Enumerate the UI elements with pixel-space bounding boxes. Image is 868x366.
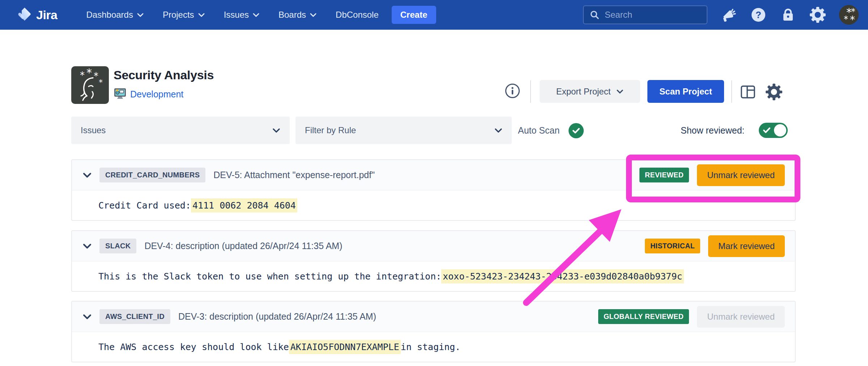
show-reviewed-toggle[interactable] [759, 123, 788, 138]
help-icon[interactable]: ? [750, 7, 767, 23]
finding-header[interactable]: AWS_CLIENT_ID DEV-3: description (update… [72, 302, 795, 332]
divider [530, 80, 531, 103]
status-badge: HISTORICAL [645, 239, 700, 253]
chevron-down-icon [494, 128, 502, 133]
auto-scan-check-icon[interactable] [569, 123, 584, 138]
collapse-chevron-icon[interactable] [83, 172, 92, 178]
finding-content: This is the Slack token to use when sett… [72, 261, 795, 291]
chevron-down-icon [272, 128, 280, 133]
secret-highlight: 4111 0062 2084 4604 [191, 198, 297, 213]
finding-row-slack: SLACK DEV-4: description (updated 26/Apr… [71, 230, 796, 292]
rule-badge: SLACK [99, 239, 136, 253]
rule-badge: CREDIT_CARD_NUMBERS [99, 168, 205, 182]
breadcrumb: Development [114, 87, 183, 101]
finding-title: DEV-3: description (updated 26/Apr/24 11… [178, 311, 376, 322]
chevron-down-icon [252, 12, 260, 17]
lock-icon[interactable] [780, 7, 796, 23]
nav-item-projects[interactable]: Projects [163, 10, 205, 20]
user-avatar[interactable]: * * * * [839, 5, 859, 25]
finding-title: DEV-5: Attachment "expense-report.pdf" [213, 170, 375, 180]
svg-text:*: * [94, 71, 98, 81]
toggle-knob [774, 124, 786, 136]
rule-badge: AWS_CLIENT_ID [99, 309, 170, 324]
gear-icon[interactable] [809, 7, 826, 23]
secret-highlight: xoxo-523423-234243-234233-e039d02840a0b9… [441, 269, 684, 283]
rule-filter-select[interactable]: Filter by Rule [295, 117, 512, 144]
nav-item-dashboards[interactable]: Dashboards [86, 10, 144, 20]
search-input[interactable] [605, 10, 692, 20]
create-button[interactable]: Create [392, 6, 436, 24]
chevron-down-icon [310, 12, 317, 17]
svg-text:*: * [86, 66, 92, 79]
chevron-down-icon [137, 12, 144, 17]
finding-row-credit-card: CREDIT_CARD_NUMBERS DEV-5: Attachment "e… [71, 159, 796, 221]
status-badge: GLOBALLY REVIEWED [598, 309, 689, 324]
search-icon [590, 10, 600, 20]
finding-title: DEV-4: description (updated 26/Apr/24 11… [144, 241, 342, 251]
project-monitor-icon [114, 87, 127, 101]
svg-text:*: * [80, 70, 85, 81]
nav-item-boards[interactable]: Boards [278, 10, 317, 20]
finding-header[interactable]: CREDIT_CARD_NUMBERS DEV-5: Attachment "e… [72, 160, 795, 190]
svg-text:*: * [844, 14, 848, 24]
top-navbar: Jira Dashboards Projects Issues Boards [0, 0, 868, 30]
nav-menu: Dashboards Projects Issues Boards DbCons… [86, 10, 379, 20]
auto-scan-label: Auto Scan [518, 117, 559, 144]
jira-logo-icon [17, 6, 33, 24]
finding-content: Credit Card used: 4111 0062 2084 4604 [72, 190, 795, 220]
scan-project-button[interactable]: Scan Project [647, 80, 724, 103]
jira-brand[interactable]: Jira [17, 6, 58, 24]
finding-content: The AWS access key should look like AKIA… [72, 332, 795, 362]
divider [731, 80, 732, 103]
secret-highlight: AKIAIO5FODNN7EXAMPLE [289, 340, 401, 354]
chevron-down-icon [616, 89, 624, 94]
issues-filter-select[interactable]: Issues [71, 117, 290, 144]
project-avatar: * * * * [71, 66, 109, 104]
status-badge: REVIEWED [639, 168, 689, 182]
svg-text:*: * [850, 14, 855, 25]
unmark-reviewed-button[interactable]: Unmark reviewed [697, 164, 785, 186]
brand-name: Jira [36, 8, 58, 22]
nav-item-dbconsole[interactable]: DbConsole [336, 10, 379, 20]
megaphone-icon[interactable] [720, 7, 737, 23]
collapse-chevron-icon[interactable] [83, 314, 92, 320]
layout-panel-icon[interactable] [738, 82, 758, 102]
svg-text:?: ? [756, 9, 761, 20]
security-analysis-page: Jira Dashboards Projects Issues Boards [0, 0, 868, 366]
finding-row-aws: AWS_CLIENT_ID DEV-3: description (update… [71, 301, 796, 362]
collapse-chevron-icon[interactable] [83, 243, 92, 249]
unmark-reviewed-button-disabled: Unmark reviewed [697, 306, 785, 328]
export-project-button[interactable]: Export Project [540, 80, 640, 103]
nav-item-issues[interactable]: Issues [224, 10, 260, 20]
svg-text:*: * [99, 78, 103, 87]
project-link[interactable]: Development [130, 89, 183, 100]
mark-reviewed-button[interactable]: Mark reviewed [708, 235, 785, 257]
settings-gear-icon[interactable] [764, 82, 784, 102]
chevron-down-icon [198, 12, 205, 17]
page-title: Security Analysis [114, 68, 214, 82]
finding-header[interactable]: SLACK DEV-4: description (updated 26/Apr… [72, 231, 795, 261]
info-icon[interactable] [504, 83, 521, 99]
show-reviewed-label: Show reviewed: [681, 117, 744, 144]
search-box[interactable] [583, 5, 707, 24]
